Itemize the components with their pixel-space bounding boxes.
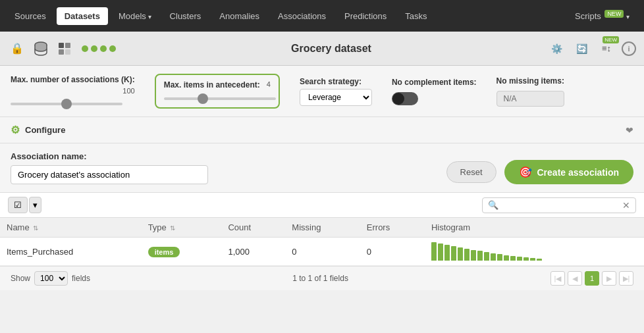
next-page-button[interactable]: ▶ bbox=[602, 271, 616, 286]
histogram-bar bbox=[530, 258, 535, 261]
fields-table: Name ⇅ Type ⇅ Count Missing Errors Histo… bbox=[0, 218, 644, 266]
search-clear-icon[interactable]: ✕ bbox=[622, 200, 630, 211]
params-section: Max. number of associations (K): 100 Max… bbox=[0, 66, 644, 117]
no-complement-toggle[interactable] bbox=[392, 92, 418, 105]
fields-table-container: Name ⇅ Type ⇅ Count Missing Errors Histo… bbox=[0, 218, 644, 266]
histogram-bar bbox=[431, 242, 437, 261]
nav-item-clusters[interactable]: Clusters bbox=[162, 7, 209, 25]
no-missing-label: No missing items: bbox=[496, 76, 564, 86]
table-header-row: Name ⇅ Type ⇅ Count Missing Errors Histo… bbox=[0, 218, 644, 238]
refresh-icon[interactable]: 🔄 bbox=[572, 39, 591, 59]
svg-rect-1 bbox=[59, 43, 64, 48]
max-items-slider[interactable] bbox=[164, 97, 276, 100]
settings-icon[interactable]: ⚙️ bbox=[547, 39, 566, 59]
cell-name: Items_Purchased bbox=[0, 238, 142, 266]
max-items-label: Max. items in antecedent: bbox=[164, 80, 260, 90]
nav-item-anomalies[interactable]: Anomalies bbox=[211, 7, 267, 25]
max-associations-slider[interactable] bbox=[11, 103, 122, 105]
table-search-box: 🔍 ✕ bbox=[482, 197, 636, 213]
transform-icon[interactable] bbox=[55, 39, 74, 58]
configure-label: Configure bbox=[25, 125, 65, 135]
table-row: Items_Purchased items 1,000 0 0 bbox=[0, 238, 644, 266]
name-sort-icon: ⇅ bbox=[33, 224, 38, 232]
histogram-bar bbox=[458, 247, 463, 261]
configure-gear-icon: ⚙ bbox=[11, 124, 20, 136]
nav-item-models[interactable]: Models bbox=[111, 7, 159, 25]
dropdown-button[interactable]: ▾ bbox=[29, 197, 41, 213]
progress-dots bbox=[82, 45, 116, 52]
type-sort-icon: ⇅ bbox=[170, 224, 175, 232]
toolbar-right-actions: ⚙️ 🔄 ≡↕ NEW i bbox=[547, 39, 636, 59]
table-search-input[interactable] bbox=[501, 200, 620, 210]
last-page-button[interactable]: ▶| bbox=[619, 271, 633, 286]
no-complement-label: No complement items: bbox=[392, 78, 477, 87]
col-header-count: Count bbox=[221, 218, 285, 238]
histogram-bar bbox=[451, 246, 456, 261]
type-badge: items bbox=[148, 247, 180, 257]
histogram-bar bbox=[497, 254, 502, 261]
table-footer: Show 100 fields 1 to 1 of 1 fields |◀ ◀ … bbox=[0, 266, 644, 290]
histogram-bar bbox=[510, 256, 516, 261]
col-header-name[interactable]: Name ⇅ bbox=[0, 218, 142, 238]
page-1-button[interactable]: 1 bbox=[585, 271, 599, 286]
checkbox-button[interactable]: ☑ bbox=[8, 197, 28, 213]
main-nav: Sources Datasets Models Clusters Anomali… bbox=[0, 0, 644, 32]
prev-page-button[interactable]: ◀ bbox=[568, 271, 582, 286]
new-badge-icon: ≡↕ NEW bbox=[597, 39, 616, 59]
nav-item-sources[interactable]: Sources bbox=[7, 7, 54, 25]
max-items-box: Max. items in antecedent: 4 bbox=[155, 74, 280, 109]
svg-rect-3 bbox=[59, 49, 64, 55]
footer-left: Show 100 fields bbox=[11, 271, 90, 286]
histogram-bar bbox=[504, 255, 509, 261]
histogram-bar bbox=[464, 249, 470, 261]
nav-item-associations[interactable]: Associations bbox=[270, 7, 334, 25]
new-badge: NEW bbox=[604, 10, 624, 18]
histogram-bar bbox=[484, 252, 489, 261]
no-complement-group: No complement items: bbox=[392, 78, 477, 105]
nav-item-tasks[interactable]: Tasks bbox=[397, 7, 435, 25]
col-header-type[interactable]: Type ⇅ bbox=[142, 218, 222, 238]
dataset-toolbar: 🔒 Grocery dataset ⚙️ 🔄 ≡↕ NEW i bbox=[0, 32, 644, 66]
nav-item-predictions[interactable]: Predictions bbox=[336, 7, 394, 25]
max-associations-label: Max. number of associations (K): bbox=[11, 75, 135, 84]
histogram-bar bbox=[444, 245, 450, 261]
association-name-label: Association name: bbox=[11, 151, 208, 161]
cell-errors: 0 bbox=[360, 238, 425, 266]
max-associations-slider-container bbox=[11, 97, 116, 107]
pagination: |◀ ◀ 1 ▶ ▶| bbox=[550, 271, 633, 286]
reset-button[interactable]: Reset bbox=[446, 161, 496, 183]
histogram-bar bbox=[523, 257, 529, 261]
create-association-button[interactable]: 🎯 Create association bbox=[504, 160, 634, 184]
first-page-button[interactable]: |◀ bbox=[550, 271, 565, 286]
nav-item-datasets[interactable]: Datasets bbox=[57, 7, 108, 25]
max-items-value: 4 bbox=[267, 80, 271, 90]
cell-missing: 0 bbox=[285, 238, 360, 266]
dataset-icon[interactable] bbox=[32, 39, 50, 58]
association-actions: Reset 🎯 Create association bbox=[219, 160, 633, 184]
histogram-bar bbox=[438, 243, 443, 261]
max-items-group: Max. items in antecedent: 4 bbox=[164, 80, 271, 102]
max-associations-group: Max. number of associations (K): 100 bbox=[11, 75, 135, 107]
show-label: Show bbox=[11, 274, 30, 283]
search-strategy-select[interactable]: Leverage Confidence Lift bbox=[300, 89, 372, 106]
svg-rect-4 bbox=[65, 49, 70, 55]
configure-section[interactable]: ⚙ Configure ❤ bbox=[0, 117, 644, 143]
histogram-bar bbox=[517, 257, 522, 261]
search-strategy-label: Search strategy: bbox=[300, 77, 372, 86]
histogram-bar bbox=[537, 259, 542, 261]
max-associations-value: 100 bbox=[122, 87, 134, 95]
histogram-chart bbox=[431, 242, 637, 261]
create-btn-icon: 🎯 bbox=[519, 166, 532, 178]
table-toolbar-left: ☑ ▾ bbox=[8, 197, 41, 213]
col-header-histogram: Histogram bbox=[425, 218, 644, 238]
fields-label: fields bbox=[72, 274, 90, 283]
association-name-input[interactable] bbox=[11, 165, 208, 184]
search-strategy-group: Search strategy: Leverage Confidence Lif… bbox=[300, 77, 372, 106]
pagination-info: 1 to 1 of 1 fields bbox=[292, 274, 348, 283]
svg-rect-2 bbox=[65, 43, 70, 48]
nav-item-scripts[interactable]: Scripts NEW bbox=[567, 7, 637, 25]
info-icon[interactable]: i bbox=[622, 41, 636, 56]
association-name-group: Association name: bbox=[11, 151, 208, 184]
search-icon: 🔍 bbox=[488, 200, 498, 210]
show-select[interactable]: 100 bbox=[34, 271, 68, 286]
